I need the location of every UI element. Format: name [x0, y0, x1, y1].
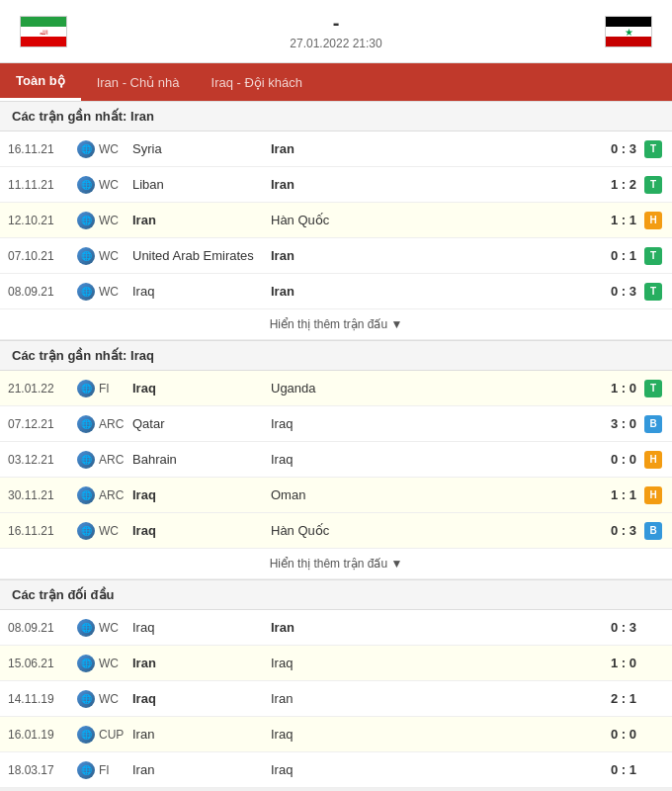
competition-icon: 🌐 [75, 247, 97, 265]
competition-icon: 🌐 [75, 451, 97, 469]
badge-label: B [644, 415, 662, 433]
badge-label: H [644, 451, 662, 469]
globe-icon: 🌐 [77, 655, 95, 672]
result-badge: T [642, 283, 664, 301]
globe-icon: 🌐 [77, 522, 95, 540]
match-header: - 27.01.2022 21:30 [0, 0, 672, 63]
competition-label: WC [97, 214, 132, 227]
globe-icon: 🌐 [77, 380, 95, 397]
match-row: 07.12.21 🌐 ARC Qatar Iraq 3 : 0 B [0, 406, 672, 442]
globe-icon: 🌐 [77, 690, 95, 708]
match-row: 30.11.21 🌐 ARC Iraq Oman 1 : 1 H [0, 478, 672, 513]
section-header-head-to-head: Các trận đối đầu [0, 579, 672, 610]
tab-all[interactable]: Toàn bộ [0, 63, 81, 101]
competition-icon: 🌐 [75, 415, 97, 433]
away-team [605, 16, 652, 47]
match-score: 0 : 3 [593, 523, 642, 538]
competition-icon: 🌐 [75, 212, 97, 229]
match-score: 0 : 3 [593, 284, 642, 299]
match-row: 21.01.22 🌐 FI Iraq Uganda 1 : 0 T [0, 371, 672, 406]
home-team-name: Iraq [132, 523, 271, 538]
globe-icon: 🌐 [77, 619, 95, 637]
competition-icon: 🌐 [75, 726, 97, 744]
away-team-name: Hàn Quốc [271, 213, 593, 227]
result-badge: T [642, 140, 664, 158]
competition-icon: 🌐 [75, 690, 97, 708]
globe-icon: 🌐 [77, 451, 95, 469]
badge-label: T [644, 380, 662, 397]
match-row: 12.10.21 🌐 WC Iran Hàn Quốc 1 : 1 H [0, 203, 672, 238]
competition-label: ARC [97, 453, 132, 467]
competition-icon: 🌐 [75, 522, 97, 540]
match-date: 21.01.22 [8, 382, 75, 396]
away-team-name: Iran [271, 248, 593, 263]
badge-label: H [644, 486, 662, 504]
result-badge: H [642, 212, 664, 229]
badge-label: B [644, 522, 662, 540]
home-team-name: Iraq [132, 284, 271, 299]
competition-icon: 🌐 [75, 380, 97, 397]
badge-label: T [644, 140, 662, 158]
iraq-flag [605, 16, 652, 47]
badge-label: T [644, 176, 662, 194]
home-team-name: United Arab Emirates [132, 248, 271, 263]
match-date: 08.09.21 [8, 285, 75, 299]
competition-label: WC [97, 621, 132, 635]
globe-icon: 🌐 [77, 415, 95, 433]
away-team-name: Iran [271, 284, 593, 299]
match-score: 1 : 0 [593, 381, 642, 396]
match-row: 14.11.19 🌐 WC Iraq Iran 2 : 1 [0, 681, 672, 717]
match-date: 16.11.21 [8, 524, 75, 538]
section-header-iran-recent: Các trận gần nhất: Iran [0, 101, 672, 132]
competition-label: FI [97, 382, 132, 396]
globe-icon: 🌐 [77, 283, 95, 301]
match-row: 15.06.21 🌐 WC Iran Iraq 1 : 0 [0, 646, 672, 681]
away-team-name: Iraq [271, 762, 593, 777]
result-badge: T [642, 380, 664, 397]
home-team-name: Liban [132, 177, 271, 192]
away-team-name: Iran [271, 691, 593, 706]
competition-icon: 🌐 [75, 486, 97, 504]
result-badge: H [642, 451, 664, 469]
away-team-name: Iraq [271, 727, 593, 742]
sections-container: Các trận gần nhất: Iran 16.11.21 🌐 WC Sy… [0, 101, 672, 788]
match-score: 1 : 0 [593, 656, 642, 670]
globe-icon: 🌐 [77, 761, 95, 779]
away-team-name: Iraq [271, 416, 593, 431]
competition-label: WC [97, 692, 132, 706]
competition-label: FI [97, 763, 132, 777]
competition-label: ARC [97, 417, 132, 431]
match-score: 0 : 3 [593, 620, 642, 635]
tab-bar: Toàn bộ Iran - Chủ nhà Iraq - Đội khách [0, 63, 672, 101]
match-date: 30.11.21 [8, 488, 75, 502]
away-team-name: Iran [271, 177, 593, 192]
match-row: 16.01.19 🌐 CUP Iran Iraq 0 : 0 [0, 717, 672, 752]
result-badge: H [642, 486, 664, 504]
competition-label: WC [97, 285, 132, 299]
result-badge: T [642, 247, 664, 265]
match-row: 16.11.21 🌐 WC Iraq Hàn Quốc 0 : 3 B [0, 513, 672, 549]
match-score: 1 : 1 [593, 213, 642, 227]
show-more-button[interactable]: Hiển thị thêm trận đấu ▼ [0, 309, 672, 340]
match-score: 3 : 0 [593, 416, 642, 431]
badge-label: H [644, 212, 662, 229]
match-score: 0 : 1 [593, 762, 642, 777]
home-team-name: Iran [132, 213, 271, 227]
match-row: 08.09.21 🌐 WC Iraq Iran 0 : 3 [0, 610, 672, 646]
competition-label: WC [97, 249, 132, 263]
match-score: 0 : 1 [593, 248, 642, 263]
tab-home[interactable]: Iran - Chủ nhà [81, 65, 196, 100]
home-team-name: Iran [132, 656, 271, 670]
competition-label: WC [97, 178, 132, 192]
match-date: 12.10.21 [8, 214, 75, 227]
competition-label: CUP [97, 728, 132, 742]
match-row: 07.10.21 🌐 WC United Arab Emirates Iran … [0, 238, 672, 274]
show-more-button[interactable]: Hiển thị thêm trận đấu ▼ [0, 549, 672, 579]
match-date: 11.11.21 [8, 178, 75, 192]
tab-away[interactable]: Iraq - Đội khách [196, 65, 319, 100]
home-team-name: Iraq [132, 620, 271, 635]
match-row: 18.03.17 🌐 FI Iran Iraq 0 : 1 [0, 752, 672, 788]
result-badge: B [642, 415, 664, 433]
away-team-name: Iraq [271, 656, 593, 670]
away-team-name: Iran [271, 620, 593, 635]
